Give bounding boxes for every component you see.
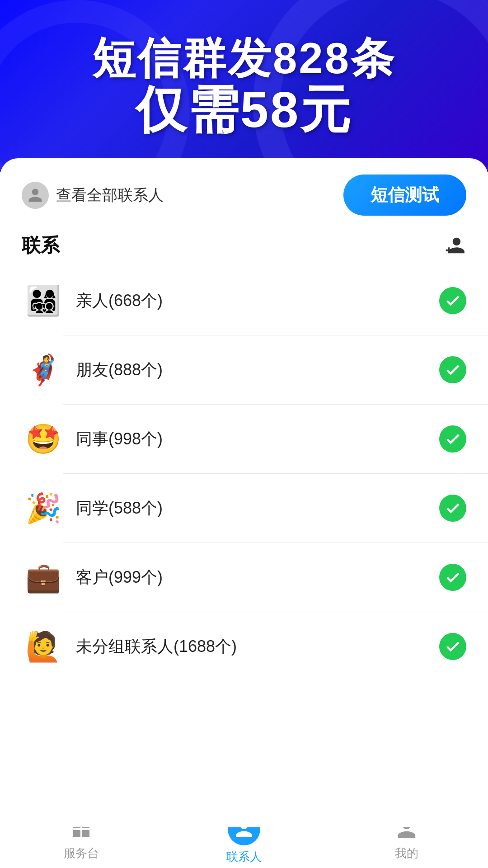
contact-emoji: 👨‍👩‍👧‍👦 (22, 279, 65, 322)
sms-test-button[interactable]: 短信测试 (343, 175, 466, 216)
contact-item[interactable]: 🦸朋友(888个) (0, 335, 488, 404)
nav-label-contacts: 联系人 (226, 849, 262, 865)
contact-check (439, 564, 466, 591)
contact-emoji: 🤩 (22, 417, 65, 461)
contact-name: 同事(998个) (76, 428, 428, 450)
contact-item[interactable]: 🤩同事(998个) (0, 405, 488, 473)
view-all-contacts[interactable]: 查看全部联系人 (22, 182, 164, 209)
view-all-label: 查看全部联系人 (56, 185, 164, 206)
nav-label-mine: 我的 (395, 845, 418, 861)
contact-check (439, 495, 466, 522)
banner-line1: 短信群发828条 (92, 34, 396, 82)
contact-name: 客户(999个) (76, 566, 428, 589)
header-banner: 短信群发828条 仅需58元 (0, 0, 488, 172)
contact-name: 朋友(888个) (76, 359, 428, 381)
main-card: 查看全部联系人 短信测试 联系 👨‍👩‍👧‍👦亲人(668个)🦸朋友(888个)… (0, 158, 488, 827)
top-bar: 查看全部联系人 短信测试 (0, 158, 488, 228)
contact-item[interactable]: 💼客户(999个) (0, 543, 488, 612)
contact-name: 亲人(668个) (76, 290, 428, 312)
contact-check (439, 425, 466, 453)
contact-name: 未分组联系人(1688个) (76, 636, 428, 658)
contact-item[interactable]: 🙋未分组联系人(1688个) (0, 612, 488, 681)
add-contact-icon[interactable] (441, 233, 466, 258)
contact-item[interactable]: 👨‍👩‍👧‍👦亲人(668个) (0, 266, 488, 335)
contact-name: 同学(588个) (76, 497, 428, 519)
section-title: 联系 (22, 233, 60, 258)
contact-emoji: 🙋 (22, 625, 65, 668)
nav-label-service: 服务台 (64, 845, 99, 861)
contact-check (439, 287, 466, 314)
section-header: 联系 (0, 228, 488, 266)
contact-emoji: 🎉 (22, 486, 65, 530)
avatar-icon (22, 182, 49, 209)
contact-emoji: 🦸 (22, 348, 65, 392)
contact-item[interactable]: 🎉同学(588个) (0, 474, 488, 542)
contact-check (439, 633, 466, 660)
banner-line2: 仅需58元 (136, 82, 353, 137)
contact-list: 👨‍👩‍👧‍👦亲人(668个)🦸朋友(888个)🤩同事(998个)🎉同学(588… (0, 266, 488, 681)
contact-emoji: 💼 (22, 556, 65, 599)
contact-check (439, 356, 466, 383)
